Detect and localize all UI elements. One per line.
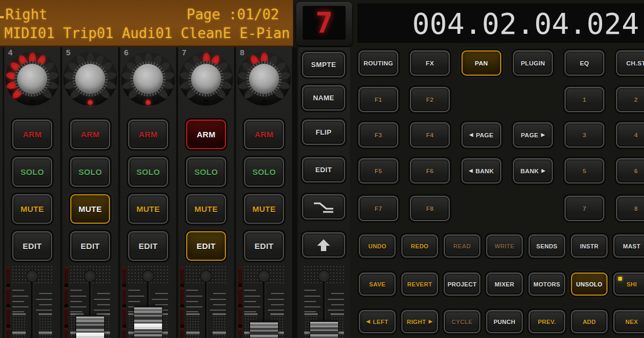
button-4[interactable]: 4 — [616, 122, 644, 148]
arm-button[interactable]: ARM — [128, 120, 168, 149]
button-left[interactable]: ◀LEFT — [359, 310, 396, 333]
button-write[interactable]: WRITE — [486, 234, 523, 258]
solo-button[interactable]: SOLO — [70, 157, 110, 187]
pan-knob[interactable] — [75, 64, 105, 94]
mute-button[interactable]: MUTE — [186, 194, 226, 224]
button-label: PUNCH — [494, 319, 516, 325]
pan-knob[interactable] — [17, 64, 47, 94]
button-label: WRITE — [495, 243, 515, 249]
button-eq[interactable]: EQ — [565, 50, 604, 76]
fader-track[interactable] — [31, 282, 34, 338]
fader-cap[interactable] — [134, 306, 162, 338]
button-f3[interactable]: F3 — [358, 122, 398, 148]
button-chst[interactable]: CH.ST — [616, 50, 644, 76]
button-mast[interactable]: MAST — [613, 234, 644, 258]
edit-button[interactable]: EDIT — [244, 231, 284, 261]
button-5[interactable]: 5 — [565, 158, 604, 183]
button-bank[interactable]: BANK▶ — [513, 158, 553, 183]
arm-button[interactable]: ARM — [186, 120, 226, 149]
button-project[interactable]: PROJECT — [444, 273, 480, 296]
button-label: EDIT — [23, 241, 41, 251]
edit-button[interactable]: EDIT — [186, 231, 226, 261]
fader-scale-tick — [186, 290, 198, 291]
button-routing[interactable]: ROUTING — [358, 50, 398, 76]
button-label: PROJECT — [448, 281, 477, 288]
selected-channel-digit: 7 — [316, 6, 333, 40]
button-7[interactable]: 7 — [565, 196, 604, 221]
solo-button[interactable]: SOLO — [128, 157, 168, 187]
button-1[interactable]: 1 — [565, 87, 604, 112]
mute-button[interactable]: MUTE — [12, 194, 52, 224]
button-f8[interactable]: F8 — [410, 196, 450, 221]
pan-knob[interactable] — [191, 64, 221, 94]
button-f7[interactable]: F7 — [358, 196, 398, 221]
button-6[interactable]: 6 — [616, 158, 644, 183]
channel-number: 5 — [66, 48, 70, 57]
up-arrow-button[interactable] — [302, 232, 345, 258]
mute-button[interactable]: MUTE — [70, 194, 110, 224]
arm-button[interactable]: ARM — [244, 120, 284, 149]
arm-button[interactable]: ARM — [12, 120, 52, 149]
mute-button[interactable]: MUTE — [244, 194, 284, 224]
button-name[interactable]: NAME — [302, 85, 345, 111]
button-revert[interactable]: REVERT — [401, 273, 438, 296]
button-edit[interactable]: EDIT — [302, 157, 345, 182]
edit-button[interactable]: EDIT — [70, 231, 110, 261]
button-page[interactable]: PAGE▶ — [513, 122, 553, 148]
button-plugin[interactable]: PLUGIN — [513, 50, 553, 76]
button-read[interactable]: READ — [444, 234, 480, 258]
button-label: SMPTE — [311, 61, 336, 69]
button-nex[interactable]: NEX — [613, 310, 644, 333]
button-f1[interactable]: F1 — [358, 87, 398, 112]
button-prev[interactable]: PREV. — [529, 310, 565, 333]
button-label: F2 — [426, 97, 434, 103]
fader-cap[interactable] — [310, 321, 338, 338]
arrow-right-icon: ▶ — [541, 168, 545, 173]
button-fx[interactable]: FX — [410, 50, 450, 76]
button-punch[interactable]: PUNCH — [486, 310, 523, 333]
button-motors[interactable]: MOTORS — [529, 273, 565, 296]
button-page[interactable]: ◀PAGE — [462, 122, 501, 148]
button-redo[interactable]: REDO — [401, 234, 438, 258]
button-f4[interactable]: F4 — [410, 122, 450, 148]
arm-button[interactable]: ARM — [70, 120, 110, 149]
button-f6[interactable]: F6 — [410, 158, 450, 183]
button-label: 1 — [583, 97, 587, 103]
button-8[interactable]: 8 — [616, 196, 644, 221]
solo-button[interactable]: SOLO — [186, 157, 226, 187]
button-pan[interactable]: PAN — [462, 50, 501, 76]
button-f2[interactable]: F2 — [410, 87, 450, 112]
button-sends[interactable]: SENDS — [529, 234, 565, 258]
pan-knob[interactable] — [249, 64, 279, 94]
button-smpte[interactable]: SMPTE — [302, 52, 345, 77]
button-save[interactable]: SAVE — [359, 273, 396, 296]
channel-number: 7 — [182, 48, 186, 57]
button-instr[interactable]: INSTR — [571, 234, 608, 258]
button-cycle[interactable]: CYCLE — [444, 310, 480, 333]
button-bank[interactable]: ◀BANK — [462, 158, 501, 183]
button-unsolo[interactable]: UNSOLO — [571, 273, 608, 296]
fader-scale-tick — [271, 293, 284, 294]
button-shi[interactable]: SHI — [613, 273, 644, 296]
solo-button[interactable]: SOLO — [244, 157, 284, 187]
button-flip[interactable]: FLIP — [302, 120, 345, 145]
edit-button[interactable]: EDIT — [128, 231, 168, 261]
button-2[interactable]: 2 — [616, 87, 644, 112]
fader-cap[interactable] — [250, 321, 278, 338]
fader-scale-tick — [244, 301, 256, 302]
fader-cap[interactable] — [76, 315, 104, 338]
pan-knob[interactable] — [133, 64, 163, 94]
automation-curve-button[interactable] — [302, 194, 345, 219]
button-f5[interactable]: F5 — [358, 158, 398, 183]
button-mixer[interactable]: MIXER — [486, 273, 523, 296]
edit-button[interactable]: EDIT — [12, 231, 52, 261]
button-right[interactable]: RIGHT▶ — [401, 310, 438, 333]
solo-button[interactable]: SOLO — [12, 157, 52, 187]
mute-button[interactable]: MUTE — [128, 194, 168, 224]
button-3[interactable]: 3 — [565, 122, 604, 148]
button-add[interactable]: ADD — [571, 310, 608, 333]
fader-track[interactable] — [205, 282, 208, 338]
channel-strip: 6ARMSOLOMUTEEDIT — [120, 47, 176, 338]
arrow-left-icon: ◀ — [469, 168, 473, 173]
button-undo[interactable]: UNDO — [359, 234, 396, 258]
